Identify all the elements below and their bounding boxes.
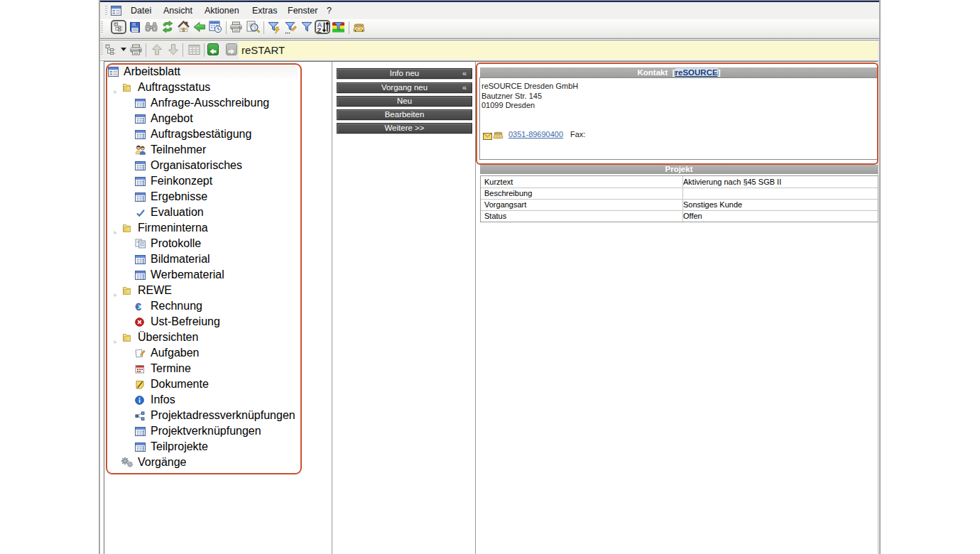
- svg-text:Z: Z: [317, 26, 322, 33]
- svg-text:€: €: [136, 301, 142, 312]
